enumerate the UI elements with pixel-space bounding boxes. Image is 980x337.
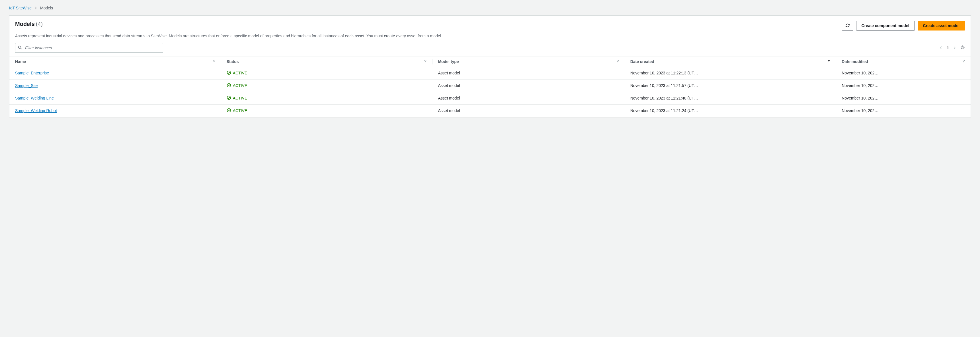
sort-icon: ▽: [213, 59, 215, 62]
date-created-cell: November 10, 2023 at 11:21:57 (UT…: [625, 79, 836, 92]
table-row: Sample_Welding RobotACTIVEAsset modelNov…: [10, 104, 970, 117]
breadcrumb-root-link[interactable]: IoT SiteWise: [9, 6, 32, 10]
svg-point-0: [19, 46, 21, 48]
breadcrumb: IoT SiteWise Models: [9, 6, 971, 10]
create-asset-model-button[interactable]: Create asset model: [918, 21, 965, 30]
col-header-status[interactable]: Status ▽: [221, 56, 433, 67]
model-name-link[interactable]: Sample_Welding Line: [15, 96, 54, 101]
refresh-button[interactable]: [842, 21, 853, 30]
model-type-cell: Asset model: [432, 104, 624, 117]
page-title: Models: [15, 21, 35, 27]
chevron-right-icon: [35, 6, 37, 10]
model-name-link[interactable]: Sample_Site: [15, 83, 38, 88]
date-modified-cell: November 10, 202…: [836, 92, 970, 104]
status-badge: ACTIVE: [227, 108, 247, 113]
status-badge: ACTIVE: [227, 96, 247, 101]
models-table: Name ▽ Status ▽ Model type ▽ Date create…: [10, 56, 970, 117]
page-number: 1: [947, 46, 949, 50]
date-created-cell: November 10, 2023 at 11:21:40 (UT…: [625, 92, 836, 104]
status-text: ACTIVE: [233, 71, 247, 75]
models-panel: Models (4) Create component model Create…: [9, 15, 971, 117]
table-row: Sample_SiteACTIVEAsset modelNovember 10,…: [10, 79, 970, 92]
search-icon: [18, 45, 22, 50]
panel-description: Assets represent industrial devices and …: [10, 34, 970, 43]
model-type-cell: Asset model: [432, 92, 624, 104]
model-name-link[interactable]: Sample_Enterprise: [15, 71, 49, 75]
sort-icon: ▽: [424, 59, 426, 62]
check-circle-icon: [227, 70, 231, 76]
status-badge: ACTIVE: [227, 70, 247, 76]
filter-input[interactable]: [15, 43, 163, 53]
date-created-cell: November 10, 2023 at 11:21:24 (UT…: [625, 104, 836, 117]
col-header-label: Name: [15, 59, 26, 64]
item-count: (4): [36, 21, 43, 27]
status-text: ACTIVE: [233, 96, 247, 101]
sort-icon: ▽: [963, 59, 965, 62]
col-header-label: Date modified: [842, 59, 868, 64]
date-created-cell: November 10, 2023 at 11:22:13 (UT…: [625, 67, 836, 79]
breadcrumb-current: Models: [40, 6, 53, 10]
col-header-modified[interactable]: Date modified ▽: [836, 56, 970, 67]
col-header-label: Date created: [630, 59, 654, 64]
search-wrapper: [15, 43, 163, 53]
table-row: Sample_Welding LineACTIVEAsset modelNove…: [10, 92, 970, 104]
sort-active-icon: ▼: [827, 59, 830, 62]
status-badge: ACTIVE: [227, 83, 247, 88]
model-type-cell: Asset model: [432, 79, 624, 92]
create-component-model-button[interactable]: Create component model: [856, 21, 915, 30]
page-next-button[interactable]: [953, 46, 956, 50]
date-modified-cell: November 10, 202…: [836, 79, 970, 92]
settings-button[interactable]: [960, 45, 965, 51]
check-circle-icon: [227, 83, 231, 88]
col-header-name[interactable]: Name ▽: [10, 56, 221, 67]
check-circle-icon: [227, 108, 231, 113]
col-header-label: Status: [227, 59, 239, 64]
date-modified-cell: November 10, 202…: [836, 67, 970, 79]
svg-point-1: [962, 47, 963, 48]
model-name-link[interactable]: Sample_Welding Robot: [15, 109, 57, 113]
table-row: Sample_EnterpriseACTIVEAsset modelNovemb…: [10, 67, 970, 79]
date-modified-cell: November 10, 202…: [836, 104, 970, 117]
col-header-type[interactable]: Model type ▽: [432, 56, 624, 67]
check-circle-icon: [227, 96, 231, 101]
col-header-label: Model type: [438, 59, 459, 64]
refresh-icon: [845, 23, 850, 29]
status-text: ACTIVE: [233, 109, 247, 113]
gear-icon: [960, 45, 965, 51]
sort-icon: ▽: [617, 59, 619, 62]
status-text: ACTIVE: [233, 83, 247, 88]
col-header-created[interactable]: Date created ▼: [625, 56, 836, 67]
model-type-cell: Asset model: [432, 67, 624, 79]
page-prev-button[interactable]: [939, 46, 943, 50]
